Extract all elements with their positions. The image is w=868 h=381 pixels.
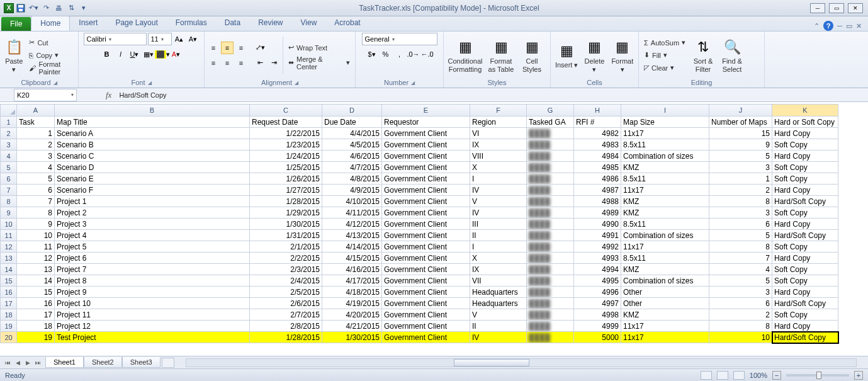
ribbon-tab-page-layout[interactable]: Page Layout (106, 16, 166, 31)
cell[interactable]: 6 (709, 219, 772, 230)
cell[interactable]: 4991 (574, 230, 621, 241)
cell[interactable]: Project 8 (55, 275, 250, 287)
sheet-tab-sheet1[interactable]: Sheet1 (45, 357, 84, 368)
bold-button[interactable]: B (101, 48, 113, 60)
increase-indent-icon[interactable]: ⇥ (268, 57, 280, 69)
row-header[interactable]: 5 (1, 162, 17, 173)
normal-view-button[interactable] (701, 371, 712, 380)
cell[interactable]: 4/15/2015 (322, 253, 382, 264)
cell[interactable]: Region (470, 117, 527, 128)
cell[interactable]: Project 9 (55, 287, 250, 298)
cell[interactable]: ████ (527, 196, 574, 207)
cell[interactable]: 2/4/2015 (250, 275, 322, 287)
cell[interactable]: Government Client (382, 253, 470, 264)
cell[interactable]: 4986 (574, 173, 621, 185)
cell[interactable]: 8 (709, 241, 772, 253)
cell[interactable]: 15 (709, 128, 772, 139)
cell[interactable]: 4988 (574, 196, 621, 207)
cell[interactable]: 3 (709, 287, 772, 298)
row-header[interactable]: 19 (1, 321, 17, 332)
file-tab[interactable]: File (1, 17, 31, 31)
cell[interactable]: 4983 (574, 139, 621, 151)
zoom-out-button[interactable]: − (772, 371, 781, 380)
cell[interactable]: ████ (527, 332, 574, 343)
cell[interactable]: Government Client (382, 162, 470, 173)
sheet-nav-prev-icon[interactable]: ◀ (13, 360, 23, 366)
cell[interactable]: IX (470, 139, 527, 151)
cell[interactable]: Headquarters (470, 287, 527, 298)
cell[interactable]: Hard/Soft Copy (772, 230, 838, 241)
cell[interactable]: 11x17 (621, 332, 709, 343)
cell[interactable]: 1/29/2015 (250, 207, 322, 219)
cell[interactable]: Combination of sizes (621, 230, 709, 241)
zoom-slider[interactable] (786, 374, 849, 377)
sort-filter-button[interactable]: ⇅Sort & Filter (689, 36, 717, 74)
cell[interactable]: IV (470, 185, 527, 196)
cell[interactable]: Soft Copy (772, 309, 838, 321)
sheet-nav-next-icon[interactable]: ▶ (23, 360, 33, 366)
cell[interactable]: RFI # (574, 117, 621, 128)
align-top-icon[interactable]: ≡ (207, 42, 220, 54)
italic-button[interactable]: I (115, 48, 127, 60)
cell[interactable]: I (470, 241, 527, 253)
cell[interactable]: Hard Copy (772, 287, 838, 298)
cell[interactable]: 4 (17, 162, 55, 173)
cell[interactable]: Hard or Soft Copy (772, 117, 838, 128)
col-header-E[interactable]: E (382, 105, 470, 117)
cell[interactable]: 9 (17, 219, 55, 230)
cell[interactable]: Soft Copy (772, 139, 838, 151)
qat-save-icon[interactable] (15, 3, 26, 14)
alignment-launcher-icon[interactable]: ◢ (295, 80, 298, 86)
row-header[interactable]: 6 (1, 173, 17, 185)
page-layout-view-button[interactable] (717, 371, 728, 380)
cell[interactable]: Government Client (382, 298, 470, 309)
increase-decimal-icon[interactable]: .0→ (407, 48, 420, 60)
cell[interactable]: 4984 (574, 151, 621, 162)
cell[interactable]: 4/10/2015 (322, 196, 382, 207)
cell[interactable]: VIII (470, 151, 527, 162)
sheet-tab-sheet3[interactable]: Sheet3 (122, 357, 161, 368)
cell[interactable]: ████ (527, 309, 574, 321)
cell[interactable]: Government Client (382, 230, 470, 241)
merge-center-button[interactable]: ⬌Merge & Center ▾ (286, 57, 352, 69)
cell[interactable]: 4/12/2015 (322, 219, 382, 230)
row-header[interactable]: 18 (1, 309, 17, 321)
cell[interactable]: Scenario E (55, 173, 250, 185)
cell[interactable]: Soft Copy (772, 207, 838, 219)
cell[interactable]: 4995 (574, 275, 621, 287)
zoom-in-button[interactable]: + (854, 371, 863, 380)
cell[interactable]: II (470, 321, 527, 332)
cell[interactable]: 4/21/2015 (322, 321, 382, 332)
row-header[interactable]: 2 (1, 128, 17, 139)
cell[interactable]: Government Client (382, 332, 470, 343)
cell[interactable]: 5 (709, 275, 772, 287)
cell[interactable]: Project 12 (55, 321, 250, 332)
cell[interactable]: Requestor (382, 117, 470, 128)
cell[interactable]: 6 (17, 185, 55, 196)
cell[interactable]: Other (621, 298, 709, 309)
cell[interactable]: Soft Copy (772, 162, 838, 173)
align-left-icon[interactable]: ≡ (207, 57, 220, 69)
cell[interactable]: 2/6/2015 (250, 298, 322, 309)
row-header[interactable]: 14 (1, 264, 17, 275)
clear-button[interactable]: ◸Clear ▾ (641, 62, 688, 74)
cell[interactable]: 4987 (574, 185, 621, 196)
cell[interactable]: Hard Copy (772, 253, 838, 264)
page-break-view-button[interactable] (733, 371, 745, 380)
workbook-restore-icon[interactable]: ▭ (846, 22, 852, 30)
decrease-font-icon[interactable]: A▾ (187, 33, 200, 45)
cell[interactable]: 18 (17, 321, 55, 332)
ribbon-tab-view[interactable]: View (292, 16, 326, 31)
cell[interactable]: 4985 (574, 162, 621, 173)
cell[interactable]: 1/22/2015 (250, 128, 322, 139)
col-header-K[interactable]: K (772, 105, 838, 117)
cell[interactable]: 2 (709, 309, 772, 321)
delete-cells-button[interactable]: ▦Delete ▾ (581, 36, 607, 74)
cell[interactable]: 1/31/2015 (250, 230, 322, 241)
col-header-H[interactable]: H (574, 105, 621, 117)
cell[interactable]: Scenario B (55, 139, 250, 151)
ribbon-tab-review[interactable]: Review (249, 16, 291, 31)
percent-format-icon[interactable]: % (380, 48, 392, 60)
name-box[interactable]: K20▾ (14, 89, 77, 101)
cell[interactable]: 4982 (574, 128, 621, 139)
